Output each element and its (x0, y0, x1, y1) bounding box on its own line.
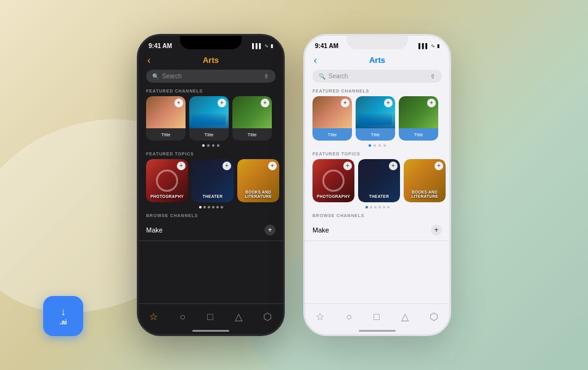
dark-channel-title-2: Title (205, 132, 214, 138)
light-channel-title-1: Title (328, 132, 337, 138)
dark-channel-title-1: Title (161, 132, 171, 138)
light-channel-add-2[interactable]: + (384, 99, 393, 107)
light-topic-add-1[interactable]: + (343, 162, 352, 170)
dark-browse-item-1[interactable]: Make + (139, 220, 283, 241)
dark-browse-add-1[interactable]: + (264, 224, 276, 236)
dark-channel-card-3[interactable]: + Title (232, 96, 272, 141)
light-home-indicator (359, 330, 396, 332)
light-browse-item-1[interactable]: Make + (305, 220, 449, 241)
download-badge[interactable]: ↓ .ai (43, 296, 83, 336)
light-nav-bar: ‹ Arts (305, 53, 449, 67)
light-topic-card-1[interactable]: + PHOTOGRAPHY (312, 159, 354, 202)
light-topic-card-3[interactable]: + BOOKS AND LITERATURE (404, 159, 446, 202)
dark-channel-card-2[interactable]: + Title (189, 96, 229, 141)
dark-signal-icon: ▌▌▌ (252, 43, 263, 49)
light-surf-wave (356, 113, 395, 128)
dark-topic-add-3[interactable]: + (268, 162, 277, 170)
light-mic-icon[interactable]: 🎙 (430, 73, 436, 80)
light-browse-label: BROWSE CHANNELS (305, 211, 449, 220)
dark-tab-star[interactable]: ☆ (149, 311, 158, 323)
dark-topic-add-1[interactable]: + (177, 162, 186, 170)
dark-tab-square[interactable]: □ (207, 311, 213, 323)
dark-channel-add-2[interactable]: + (218, 99, 226, 107)
light-channel-title-2: Title (371, 132, 380, 138)
dark-topic-label-3: BOOKS AND LITERATURE (237, 190, 279, 199)
phones-container: 9:41 AM ▌▌▌ ∿ ▮ ‹ Arts 🔍 Search 🎙 FEATUR… (0, 0, 588, 370)
dark-search-icon: 🔍 (152, 73, 159, 80)
dark-dot-2 (207, 144, 210, 147)
light-topics-dot-6 (387, 206, 390, 208)
badge-icon: ↓ (59, 306, 67, 318)
dark-mic-icon[interactable]: 🎙 (264, 73, 269, 80)
light-channel-card-2[interactable]: + Title (356, 96, 395, 141)
light-dot-4 (383, 144, 386, 147)
dark-topics-row: + PHOTOGRAPHY + THEATER + BOOKS AND LITE… (139, 158, 283, 205)
dark-topic-card-1[interactable]: + PHOTOGRAPHY (146, 159, 188, 202)
light-browse-add-1[interactable]: + (431, 224, 442, 236)
dark-topics-dot-5 (216, 206, 219, 208)
dark-topics-dots (139, 205, 283, 211)
light-channel-title-bar-2: Title (356, 128, 395, 141)
dark-channel-dots (139, 143, 283, 149)
light-dot-2 (374, 144, 376, 147)
dark-channel-add-3[interactable]: + (261, 99, 269, 107)
dark-topic-card-2[interactable]: + THEATER (192, 159, 234, 202)
light-topic-add-3[interactable]: + (435, 162, 443, 170)
light-channel-title-bar-1: Title (312, 128, 352, 141)
light-tab-circle[interactable]: ○ (346, 311, 352, 323)
dark-nav-title: Arts (203, 56, 219, 65)
dark-topics-dot-3 (208, 206, 210, 208)
light-notch (346, 36, 408, 49)
light-channels-row: + Title + Title + (305, 95, 449, 143)
light-tab-star[interactable]: ☆ (316, 311, 324, 323)
light-topic-card-2[interactable]: + THEATER (358, 159, 400, 202)
light-tab-triangle[interactable]: △ (401, 311, 409, 323)
dark-browse-text-1: Make (146, 226, 163, 234)
dark-back-button[interactable]: ‹ (147, 55, 150, 66)
light-channel-add-3[interactable]: + (427, 99, 436, 107)
light-featured-channels-label: FEATURED CHANNELS (305, 86, 449, 95)
light-back-button[interactable]: ‹ (314, 55, 317, 66)
light-dot-3 (378, 144, 381, 147)
light-search-bar[interactable]: 🔍 Search 🎙 (312, 70, 442, 83)
light-topics-dot-2 (370, 206, 372, 208)
light-channel-card-1[interactable]: + Title (312, 96, 352, 141)
light-dot-1 (369, 144, 371, 147)
dark-topic-card-3[interactable]: + BOOKS AND LITERATURE (237, 159, 279, 202)
dark-tab-hex[interactable]: ⬡ (263, 311, 272, 323)
light-screen-content: ‹ Arts 🔍 Search 🎙 FEATURED CHANNELS + Ti… (305, 53, 449, 303)
dark-channel-card-1[interactable]: + Title (146, 96, 186, 141)
light-channel-title-bar-3: Title (399, 128, 438, 141)
dark-home-indicator (192, 330, 229, 332)
light-topics-dot-3 (374, 206, 377, 208)
light-featured-topics-label: FEATURED TOPICS (305, 149, 449, 158)
light-tab-hex[interactable]: ⬡ (430, 311, 438, 323)
dark-battery-icon: ▮ (271, 43, 273, 49)
dark-channel-title-3: Title (248, 132, 257, 138)
dark-topic-add-2[interactable]: + (223, 162, 231, 170)
light-search-placeholder: Search (329, 73, 427, 80)
light-topics-row: + PHOTOGRAPHY + THEATER + BOOKS AND LITE… (305, 158, 449, 205)
dark-phone: 9:41 AM ▌▌▌ ∿ ▮ ‹ Arts 🔍 Search 🎙 FEATUR… (137, 34, 285, 336)
light-channel-add-1[interactable]: + (341, 99, 349, 107)
light-battery-icon: ▮ (437, 43, 439, 49)
light-channel-card-3[interactable]: + Title (399, 96, 438, 141)
light-topic-add-2[interactable]: + (389, 162, 398, 170)
badge-label: ↓ .ai (59, 306, 67, 326)
dark-featured-channels-label: FEATURED CHANNELS (139, 86, 283, 95)
dark-topics-dot-6 (221, 206, 223, 208)
dark-notch (180, 36, 242, 49)
dark-channels-row: + Title + Title (139, 95, 283, 143)
light-topic-label-2: THEATER (358, 194, 400, 199)
dark-search-placeholder: Search (162, 73, 261, 80)
dark-dot-1 (202, 144, 205, 147)
dark-channel-add-1[interactable]: + (174, 99, 183, 107)
dark-tab-triangle[interactable]: △ (235, 311, 242, 323)
light-topics-dots (305, 205, 449, 211)
dark-search-bar[interactable]: 🔍 Search 🎙 (146, 70, 276, 83)
dark-dot-3 (212, 144, 214, 147)
dark-tab-circle[interactable]: ○ (179, 311, 186, 323)
light-wifi-icon: ∿ (431, 43, 435, 49)
light-topics-dot-5 (383, 206, 385, 208)
light-tab-square[interactable]: □ (374, 311, 380, 323)
